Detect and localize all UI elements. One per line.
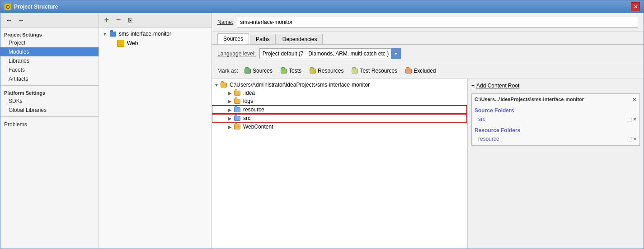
sidebar-item-modules[interactable]: Modules [0,47,99,56]
content-panel: ▼ C:\Users\Administrator\IdeaProjects\sm… [212,79,644,249]
remove-module-button[interactable]: − [113,15,123,25]
source-folders-title: Source Folders [475,107,637,114]
module-toolbar: + − ⎘ [99,13,212,28]
project-structure-window: ⬡ Project Structure ✕ ← → Project Settin… [0,0,644,249]
sidebar-toolbar: ← → [0,13,99,28]
testres-label: Test Resources [360,68,397,74]
remove-resource-btn[interactable]: ⬚ ✕ [627,136,637,142]
resource-name: resource [243,106,264,113]
resource-arrow: ▶ [227,107,233,112]
add-content-root-label: Add Content Root [476,83,519,89]
sidebar-item-facets[interactable]: Facets [0,65,99,74]
remove-content-root-btn[interactable]: ✕ [632,97,637,103]
language-label: Language level: [217,51,256,57]
sidebar-divider [0,85,99,86]
sidebar-item-sdks[interactable]: SDKs [0,97,99,106]
app-icon: ⬡ [4,3,11,10]
remove-src-x: ✕ [633,116,637,122]
tabs-row: Sources Paths Dependencies [212,32,644,45]
file-root[interactable]: ▼ C:\Users\Administrator\IdeaProjects\sm… [212,81,467,89]
mark-tests-btn[interactable]: Tests [279,67,303,75]
file-tree: ▼ C:\Users\Administrator\IdeaProjects\sm… [212,79,467,249]
webcontent-name: WebContent [243,124,273,130]
titlebar-left: ⬡ Project Structure [4,3,58,10]
resource-folder-name: resource [478,136,499,142]
window-title: Project Structure [14,4,58,10]
testres-folder-icon [352,69,358,74]
resource-folders-section: Resource Folders resource ⬚ ✕ [475,127,637,143]
src-arrow: ▶ [227,116,233,121]
module-content: ▼ sms-interface-monitor Web [99,28,212,249]
module-item-root[interactable]: ▼ sms-interface-monitor [99,29,212,38]
tests-folder-icon [281,69,287,74]
mark-sources-btn[interactable]: Sources [243,67,274,75]
file-src[interactable]: ▶ src [212,114,467,122]
titlebar: ⬡ Project Structure ✕ [0,0,644,13]
resources-label: Resources [318,68,343,74]
remove-src-btn[interactable]: ⬚ ✕ [627,116,637,122]
logs-name: logs [243,98,253,104]
project-settings-header: Project Settings [0,29,99,38]
src-folder-name: src [478,116,485,122]
mark-excluded-btn[interactable]: Excluded [404,67,437,75]
webcontent-arrow: ▶ [227,124,233,129]
idea-name: .idea [243,90,255,96]
mark-testres-btn[interactable]: Test Resources [350,67,399,75]
src-folder-row: src ⬚ ✕ [475,115,637,123]
sidebar-item-libraries[interactable]: Libraries [0,56,99,65]
tab-dependencies[interactable]: Dependencies [277,34,323,44]
content-root-header: C:\Users...\IdeaProjects\sms-interface-m… [475,97,637,103]
module-name: sms-interface-monitor [119,31,171,37]
root-arrow: ▼ [214,83,219,88]
sidebar-item-problems[interactable]: Problems [0,119,99,130]
add-module-button[interactable]: + [102,15,112,25]
add-content-root-btn[interactable]: + Add Content Root [471,83,640,89]
mark-as-row: Mark as: Sources Tests Resources [212,63,644,79]
sidebar-item-artifacts[interactable]: Artifacts [0,74,99,83]
resource-folder-row: resource ⬚ ✕ [475,135,637,143]
module-folder-icon [110,31,117,37]
resource-folders-title: Resource Folders [475,127,637,134]
language-select[interactable]: Project default (7 - Diamonds, ARM, mult… [259,48,401,59]
file-logs[interactable]: ▶ logs [212,97,467,105]
remove-src-icon: ⬚ [627,116,632,122]
sidebar-item-project[interactable]: Project [0,38,99,47]
sidebar-divider-2 [0,116,99,117]
module-item-web[interactable]: Web [99,38,212,48]
web-icon [117,40,124,47]
mark-resources-btn[interactable]: Resources [308,67,345,75]
tab-sources[interactable]: Sources [217,33,249,44]
copy-module-button[interactable]: ⎘ [125,15,135,25]
collapse-arrow: ▼ [103,32,108,37]
mark-as-label: Mark as: [217,68,238,74]
root-path: C:\Users\Administrator\IdeaProjects\sms-… [230,82,370,88]
web-label: Web [127,40,138,46]
excluded-folder-icon [405,69,412,74]
info-panel: + Add Content Root C:\Users...\IdeaProje… [467,79,644,249]
file-idea[interactable]: ▶ .idea [212,89,467,97]
src-name: src [243,115,250,121]
forward-button[interactable]: → [16,15,26,25]
name-input[interactable] [237,17,638,28]
idea-arrow: ▶ [227,91,233,96]
file-webcontent[interactable]: ▶ WebContent [212,123,467,131]
main-content: ← → Project Settings Project Modules Lib… [0,13,644,249]
file-resource[interactable]: ▶ resource [212,106,467,114]
sources-folder-icon [244,69,251,74]
language-row: Language level: Project default (7 - Dia… [212,45,644,63]
tab-paths[interactable]: Paths [250,34,276,44]
sources-content: Language level: Project default (7 - Dia… [212,45,644,249]
content-root-box: C:\Users...\IdeaProjects\sms-interface-m… [471,93,640,146]
content-root-path: C:\Users...\IdeaProjects\sms-interface-m… [475,97,584,102]
platform-settings-header: Platform Settings [0,88,99,97]
back-button[interactable]: ← [4,15,14,25]
sidebar-item-global-libraries[interactable]: Global Libraries [0,106,99,115]
close-button[interactable]: ✕ [631,2,640,11]
source-folders-section: Source Folders src ⬚ ✕ [475,107,637,123]
language-select-wrapper: Project default (7 - Diamonds, ARM, mult… [259,48,401,59]
sidebar-nav: Project Settings Project Modules Librari… [0,28,99,249]
tests-label: Tests [289,68,301,74]
sidebar: ← → Project Settings Project Modules Lib… [0,13,99,249]
logs-arrow: ▶ [227,99,233,104]
plus-icon: + [471,83,475,89]
